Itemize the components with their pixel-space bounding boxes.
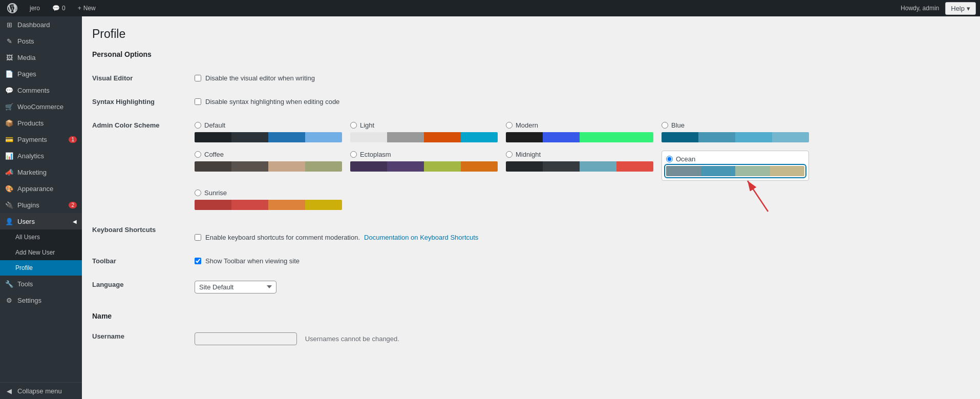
sidebar-label-analytics: Analytics [17,152,44,160]
sidebar-item-appearance[interactable]: 🎨 Appearance [0,180,82,197]
toolbar-label: Toolbar [92,249,195,272]
visual-editor-label: Visual Editor [92,67,195,90]
sidebar-item-settings[interactable]: ⚙ Settings [0,292,82,308]
sidebar-item-collapse[interactable]: ◀ Collapse menu [0,382,82,399]
site-name-button[interactable]: jero [27,0,43,16]
sidebar-item-all-users[interactable]: All Users [0,229,82,245]
color-scheme-ocean[interactable]: Ocean [662,151,809,181]
color-scheme-label: Admin Color Scheme [92,113,195,218]
plugins-badge: 2 [69,202,77,208]
coffee-swatch-4 [305,161,342,172]
personal-options-title: Personal Options [92,50,970,58]
visual-editor-checkbox[interactable] [195,75,201,81]
syntax-checkbox-label[interactable]: Disable syntax highlighting when editing… [195,98,970,106]
ectoplasm-swatch-1 [350,161,387,172]
blue-swatch-1 [662,132,698,142]
color-scheme-light[interactable]: Light [350,121,498,142]
marketing-icon: 📣 [5,168,13,176]
language-select[interactable]: Site Default English (US) Español França… [195,281,276,293]
sidebar-label-dashboard: Dashboard [17,21,50,29]
color-scheme-modern-preview [506,132,653,142]
sidebar-item-dashboard[interactable]: ⊞ Dashboard [0,16,82,33]
syntax-highlighting-label: Syntax Highlighting [92,90,195,113]
sidebar-item-payments[interactable]: 💳 Payments 1 [0,131,82,148]
sidebar-item-products[interactable]: 📦 Products [0,115,82,131]
color-scheme-midnight[interactable]: Midnight [506,151,653,181]
syntax-highlighting-row: Syntax Highlighting Disable syntax highl… [92,90,970,113]
color-scheme-default-text: Default [204,121,225,129]
help-button[interactable]: Help ▾ [945,2,976,15]
color-scheme-midnight-preview [506,161,653,172]
color-scheme-default-radio[interactable] [195,122,201,129]
color-scheme-blue-preview [662,132,809,142]
toolbar-row: Toolbar Show Toolbar when viewing site [92,249,970,272]
color-scheme-midnight-radio[interactable] [506,151,513,158]
color-scheme-coffee-text: Coffee [204,151,224,158]
midnight-swatch-3 [580,161,616,172]
sunrise-swatch-1 [195,200,231,210]
visual-editor-row: Visual Editor Disable the visual editor … [92,67,970,90]
keyboard-shortcuts-checkbox[interactable] [195,234,201,241]
sidebar-item-analytics[interactable]: 📊 Analytics [0,148,82,164]
sidebar-item-tools[interactable]: 🔧 Tools [0,276,82,292]
name-section-row: Name [92,301,970,324]
color-scheme-blue[interactable]: Blue [662,121,809,142]
name-section-title: Name [92,312,970,320]
keyboard-shortcuts-checkbox-label[interactable]: Enable keyboard shortcuts for comment mo… [195,234,970,241]
payments-icon: 💳 [5,135,13,143]
plus-icon: + [78,5,81,12]
sidebar-item-add-new-user[interactable]: Add New User [0,245,82,260]
modern-swatch-2 [543,132,580,142]
color-scheme-ocean-radio[interactable] [666,156,673,162]
profile-submenu-label: Profile [15,264,33,271]
visual-editor-checkbox-label[interactable]: Disable the visual editor when writing [195,74,970,82]
coffee-swatch-3 [268,161,305,172]
color-scheme-sunrise-preview [195,200,342,210]
midnight-swatch-2 [543,161,580,172]
color-scheme-coffee-label: Coffee [195,151,342,158]
sidebar-item-posts[interactable]: ✎ Posts [0,33,82,49]
username-input: admin [195,332,297,345]
color-scheme-coffee-radio[interactable] [195,151,201,158]
sidebar-item-marketing[interactable]: 📣 Marketing [0,164,82,180]
username-note: Usernames cannot be changed. [305,335,399,343]
toolbar-field: Show Toolbar when viewing site [195,249,970,272]
color-scheme-sunrise[interactable]: Sunrise [195,189,342,210]
color-scheme-modern[interactable]: Modern [506,121,653,142]
toolbar-checkbox[interactable] [195,258,201,264]
keyboard-shortcuts-link[interactable]: Documentation on Keyboard Shortcuts [364,234,478,241]
color-scheme-default[interactable]: Default [195,121,342,142]
toolbar-checkbox-text: Show Toolbar when viewing site [205,257,300,265]
color-scheme-ectoplasm[interactable]: Ectoplasm [350,151,498,181]
sidebar-label-collapse: Collapse menu [17,387,62,395]
plugins-icon: 🔌 [5,201,13,209]
color-scheme-ectoplasm-radio[interactable] [350,151,357,158]
syntax-highlighting-checkbox[interactable] [195,98,201,105]
sidebar-item-profile[interactable]: Profile [0,260,82,276]
sidebar-label-media: Media [17,54,35,61]
color-scheme-coffee[interactable]: Coffee [195,151,342,181]
sidebar-label-users: Users [17,218,35,225]
sidebar-item-plugins[interactable]: 🔌 Plugins 2 [0,197,82,213]
sidebar-item-media[interactable]: 🖼 Media [0,49,82,66]
color-scheme-sunrise-radio[interactable] [195,190,201,196]
color-scheme-blue-radio[interactable] [662,122,668,129]
sidebar-item-users[interactable]: 👤 Users ◀ [0,213,82,229]
admin-bar: jero 💬 0 + New Howdy, admin Help ▾ [0,0,980,16]
new-item-button[interactable]: + New [75,0,99,16]
comments-button[interactable]: 💬 0 [49,0,69,16]
sunrise-swatch-3 [268,200,305,210]
users-arrow-icon: ◀ [73,219,77,224]
sidebar-item-woocommerce[interactable]: 🛒 WooCommerce [0,98,82,115]
products-icon: 📦 [5,119,13,127]
sidebar-item-comments[interactable]: 💬 Comments [0,82,82,98]
toolbar-checkbox-label[interactable]: Show Toolbar when viewing site [195,257,970,265]
sidebar-item-pages[interactable]: 📄 Pages [0,66,82,82]
color-scheme-light-radio[interactable] [350,122,357,129]
sidebar-label-pages: Pages [17,70,36,78]
analytics-icon: 📊 [5,152,13,160]
blue-swatch-2 [698,132,735,142]
color-scheme-modern-radio[interactable] [506,122,513,129]
light-swatch-1 [350,132,387,142]
wp-logo-button[interactable] [4,0,20,16]
